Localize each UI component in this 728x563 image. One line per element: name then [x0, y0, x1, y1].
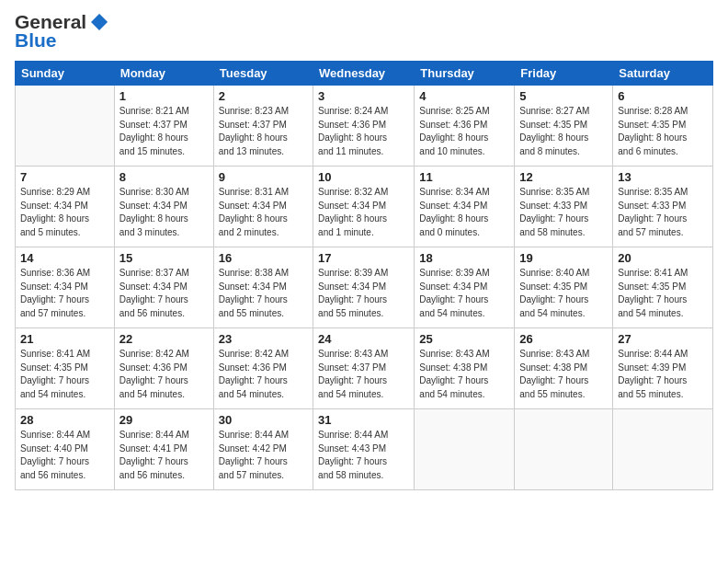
day-info: Sunrise: 8:38 AM Sunset: 4:34 PM Dayligh… [219, 267, 308, 320]
calendar-header-row: SundayMondayTuesdayWednesdayThursdayFrid… [16, 62, 713, 86]
day-number: 7 [20, 170, 109, 184]
calendar-cell [613, 409, 713, 490]
day-info: Sunrise: 8:24 AM Sunset: 4:36 PM Dayligh… [318, 105, 409, 158]
calendar-cell: 3Sunrise: 8:24 AM Sunset: 4:36 PM Daylig… [313, 86, 415, 167]
calendar-cell: 25Sunrise: 8:43 AM Sunset: 4:38 PM Dayli… [415, 328, 515, 409]
calendar-cell: 17Sunrise: 8:39 AM Sunset: 4:34 PM Dayli… [313, 247, 415, 328]
day-info: Sunrise: 8:40 AM Sunset: 4:35 PM Dayligh… [519, 267, 608, 320]
day-number: 21 [20, 332, 109, 346]
day-info: Sunrise: 8:42 AM Sunset: 4:36 PM Dayligh… [119, 348, 209, 401]
calendar-week-5: 28Sunrise: 8:44 AM Sunset: 4:40 PM Dayli… [16, 409, 713, 490]
day-number: 26 [519, 332, 608, 346]
weekday-header-monday: Monday [114, 62, 213, 86]
weekday-header-sunday: Sunday [16, 62, 115, 86]
day-info: Sunrise: 8:31 AM Sunset: 4:34 PM Dayligh… [219, 186, 308, 239]
calendar-cell: 4Sunrise: 8:25 AM Sunset: 4:36 PM Daylig… [415, 86, 515, 167]
calendar-cell: 23Sunrise: 8:42 AM Sunset: 4:36 PM Dayli… [213, 328, 313, 409]
day-info: Sunrise: 8:29 AM Sunset: 4:34 PM Dayligh… [20, 186, 109, 239]
header: General Blue [15, 11, 713, 52]
day-info: Sunrise: 8:44 AM Sunset: 4:43 PM Dayligh… [318, 429, 409, 482]
logo-blue-text: Blue [15, 29, 57, 52]
day-info: Sunrise: 8:30 AM Sunset: 4:34 PM Dayligh… [119, 186, 209, 239]
calendar-cell [515, 409, 613, 490]
day-info: Sunrise: 8:37 AM Sunset: 4:34 PM Dayligh… [119, 267, 209, 320]
day-info: Sunrise: 8:43 AM Sunset: 4:38 PM Dayligh… [519, 348, 608, 401]
calendar-week-1: 1Sunrise: 8:21 AM Sunset: 4:37 PM Daylig… [16, 86, 713, 167]
calendar-week-3: 14Sunrise: 8:36 AM Sunset: 4:34 PM Dayli… [16, 247, 713, 328]
calendar-cell: 27Sunrise: 8:44 AM Sunset: 4:39 PM Dayli… [613, 328, 713, 409]
day-info: Sunrise: 8:39 AM Sunset: 4:34 PM Dayligh… [318, 267, 409, 320]
calendar-cell: 16Sunrise: 8:38 AM Sunset: 4:34 PM Dayli… [213, 247, 313, 328]
calendar-cell: 24Sunrise: 8:43 AM Sunset: 4:37 PM Dayli… [313, 328, 415, 409]
day-number: 13 [618, 170, 708, 184]
day-number: 14 [20, 251, 109, 265]
day-info: Sunrise: 8:44 AM Sunset: 4:41 PM Dayligh… [119, 429, 209, 482]
calendar-week-2: 7Sunrise: 8:29 AM Sunset: 4:34 PM Daylig… [16, 167, 713, 247]
calendar-cell: 8Sunrise: 8:30 AM Sunset: 4:34 PM Daylig… [114, 167, 213, 247]
day-number: 30 [219, 413, 308, 427]
day-number: 22 [119, 332, 209, 346]
calendar-cell: 10Sunrise: 8:32 AM Sunset: 4:34 PM Dayli… [313, 167, 415, 247]
day-info: Sunrise: 8:28 AM Sunset: 4:35 PM Dayligh… [618, 105, 708, 158]
day-info: Sunrise: 8:41 AM Sunset: 4:35 PM Dayligh… [618, 267, 708, 320]
calendar-cell: 20Sunrise: 8:41 AM Sunset: 4:35 PM Dayli… [613, 247, 713, 328]
day-info: Sunrise: 8:23 AM Sunset: 4:37 PM Dayligh… [219, 105, 308, 158]
calendar-cell: 7Sunrise: 8:29 AM Sunset: 4:34 PM Daylig… [16, 167, 115, 247]
day-number: 1 [119, 89, 209, 103]
calendar-cell: 15Sunrise: 8:37 AM Sunset: 4:34 PM Dayli… [114, 247, 213, 328]
day-number: 10 [318, 170, 409, 184]
day-number: 11 [419, 170, 509, 184]
day-number: 24 [318, 332, 409, 346]
weekday-header-thursday: Thursday [415, 62, 515, 86]
day-info: Sunrise: 8:44 AM Sunset: 4:40 PM Dayligh… [20, 429, 109, 482]
logo-flag-icon [89, 12, 109, 32]
day-info: Sunrise: 8:21 AM Sunset: 4:37 PM Dayligh… [119, 105, 209, 158]
calendar-cell: 22Sunrise: 8:42 AM Sunset: 4:36 PM Dayli… [114, 328, 213, 409]
calendar-week-4: 21Sunrise: 8:41 AM Sunset: 4:35 PM Dayli… [16, 328, 713, 409]
calendar-cell: 6Sunrise: 8:28 AM Sunset: 4:35 PM Daylig… [613, 86, 713, 167]
day-number: 8 [119, 170, 209, 184]
svg-marker-1 [99, 14, 108, 22]
calendar-cell: 5Sunrise: 8:27 AM Sunset: 4:35 PM Daylig… [515, 86, 613, 167]
day-info: Sunrise: 8:39 AM Sunset: 4:34 PM Dayligh… [419, 267, 509, 320]
weekday-header-tuesday: Tuesday [213, 62, 313, 86]
calendar-cell: 28Sunrise: 8:44 AM Sunset: 4:40 PM Dayli… [16, 409, 115, 490]
day-number: 28 [20, 413, 109, 427]
day-number: 4 [419, 89, 509, 103]
calendar-cell: 9Sunrise: 8:31 AM Sunset: 4:34 PM Daylig… [213, 167, 313, 247]
day-info: Sunrise: 8:25 AM Sunset: 4:36 PM Dayligh… [419, 105, 509, 158]
day-number: 27 [618, 332, 708, 346]
day-info: Sunrise: 8:44 AM Sunset: 4:42 PM Dayligh… [219, 429, 308, 482]
day-info: Sunrise: 8:35 AM Sunset: 4:33 PM Dayligh… [519, 186, 608, 239]
day-number: 15 [119, 251, 209, 265]
day-info: Sunrise: 8:42 AM Sunset: 4:36 PM Dayligh… [219, 348, 308, 401]
day-info: Sunrise: 8:44 AM Sunset: 4:39 PM Dayligh… [618, 348, 708, 401]
day-info: Sunrise: 8:36 AM Sunset: 4:34 PM Dayligh… [20, 267, 109, 320]
day-number: 20 [618, 251, 708, 265]
day-number: 5 [519, 89, 608, 103]
weekday-header-wednesday: Wednesday [313, 62, 415, 86]
day-info: Sunrise: 8:34 AM Sunset: 4:34 PM Dayligh… [419, 186, 509, 239]
day-info: Sunrise: 8:32 AM Sunset: 4:34 PM Dayligh… [318, 186, 409, 239]
day-number: 2 [219, 89, 308, 103]
calendar-cell [415, 409, 515, 490]
day-info: Sunrise: 8:27 AM Sunset: 4:35 PM Dayligh… [519, 105, 608, 158]
calendar-cell: 11Sunrise: 8:34 AM Sunset: 4:34 PM Dayli… [415, 167, 515, 247]
calendar-cell: 26Sunrise: 8:43 AM Sunset: 4:38 PM Dayli… [515, 328, 613, 409]
day-info: Sunrise: 8:43 AM Sunset: 4:37 PM Dayligh… [318, 348, 409, 401]
calendar-cell: 13Sunrise: 8:35 AM Sunset: 4:33 PM Dayli… [613, 167, 713, 247]
day-number: 25 [419, 332, 509, 346]
day-number: 9 [219, 170, 308, 184]
calendar-cell: 31Sunrise: 8:44 AM Sunset: 4:43 PM Dayli… [313, 409, 415, 490]
day-number: 31 [318, 413, 409, 427]
day-number: 3 [318, 89, 409, 103]
calendar-cell: 2Sunrise: 8:23 AM Sunset: 4:37 PM Daylig… [213, 86, 313, 167]
calendar-table: SundayMondayTuesdayWednesdayThursdayFrid… [15, 61, 713, 490]
logo: General Blue [15, 11, 110, 52]
day-number: 12 [519, 170, 608, 184]
calendar-cell [16, 86, 115, 167]
page: General Blue SundayMondayTuesdayWednesda… [0, 0, 728, 563]
day-number: 6 [618, 89, 708, 103]
calendar-cell: 18Sunrise: 8:39 AM Sunset: 4:34 PM Dayli… [415, 247, 515, 328]
calendar-cell: 29Sunrise: 8:44 AM Sunset: 4:41 PM Dayli… [114, 409, 213, 490]
